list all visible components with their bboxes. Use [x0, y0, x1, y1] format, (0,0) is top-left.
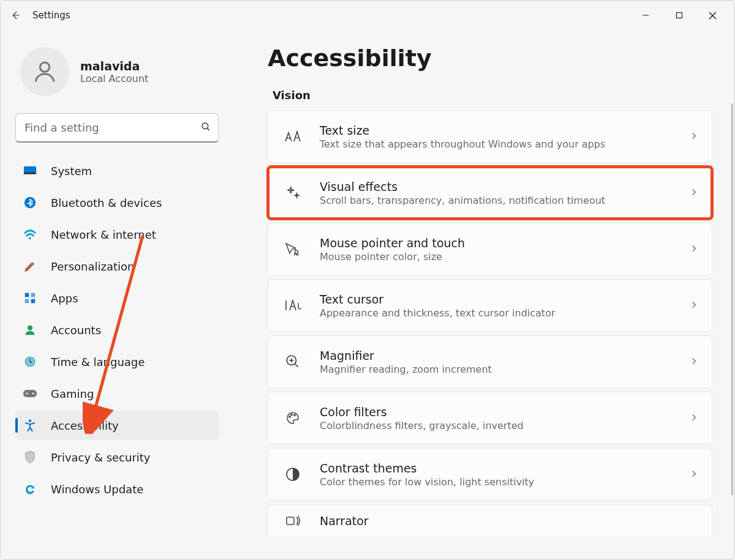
nav-list: System Bluetooth & devices Network & int…	[15, 156, 219, 504]
card-title: Contrast themes	[320, 461, 690, 475]
card-title: Color filters	[320, 405, 690, 419]
svg-point-19	[26, 392, 28, 394]
svg-rect-31	[287, 517, 294, 525]
nav-label: Personalization	[51, 260, 134, 273]
person-icon	[31, 58, 58, 85]
back-button[interactable]	[1, 1, 30, 30]
narrator-icon	[282, 515, 304, 527]
back-arrow-icon	[10, 10, 21, 21]
apps-icon	[23, 291, 37, 305]
chevron-right-icon	[690, 413, 698, 424]
sidebar: malavida Local Account System Bluetooth …	[1, 30, 233, 559]
card-title: Visual effects	[320, 180, 690, 193]
sidebar-item-privacy[interactable]: Privacy & security	[15, 442, 219, 472]
chevron-right-icon	[690, 300, 698, 312]
settings-card-list: Text size Text size that appears through…	[268, 110, 712, 536]
sidebar-item-update[interactable]: Windows Update	[15, 474, 219, 504]
search-icon	[200, 121, 211, 135]
window-title: Settings	[30, 10, 70, 21]
main-content: Accessibility Vision Text size Text size…	[233, 30, 734, 559]
paintbrush-icon	[23, 259, 37, 274]
svg-point-21	[29, 419, 31, 422]
bluetooth-icon	[23, 195, 37, 210]
gaming-icon	[23, 386, 37, 401]
page-title: Accessibility	[268, 45, 712, 72]
minimize-button[interactable]	[628, 3, 662, 28]
avatar	[20, 47, 69, 96]
svg-line-24	[295, 364, 298, 367]
nav-label: Gaming	[51, 387, 94, 400]
card-narrator[interactable]: Narrator	[268, 504, 712, 536]
card-sub: Text size that appears throughout Window…	[320, 138, 690, 150]
nav-label: Accounts	[51, 324, 101, 337]
card-visual-effects[interactable]: Visual effects Scroll bars, transparency…	[268, 166, 712, 219]
sidebar-item-system[interactable]: System	[15, 156, 219, 185]
chevron-right-icon	[690, 187, 698, 199]
mouse-pointer-icon	[282, 242, 304, 256]
chevron-right-icon	[690, 131, 698, 143]
chevron-right-icon	[690, 244, 698, 255]
svg-point-4	[40, 62, 49, 72]
sidebar-item-bluetooth[interactable]: Bluetooth & devices	[15, 188, 219, 217]
svg-rect-14	[31, 299, 36, 304]
card-title: Text size	[320, 124, 690, 137]
sparkle-icon	[282, 185, 304, 201]
svg-point-5	[202, 123, 208, 129]
accounts-icon	[23, 323, 37, 337]
sidebar-item-apps[interactable]: Apps	[15, 283, 219, 313]
text-size-icon	[282, 129, 304, 144]
svg-point-29	[294, 414, 295, 416]
nav-label: Time & language	[51, 356, 145, 368]
nav-label: Windows Update	[51, 483, 143, 496]
sidebar-item-accounts[interactable]: Accounts	[15, 315, 219, 345]
sidebar-item-gaming[interactable]: Gaming	[15, 379, 219, 408]
chevron-right-icon	[690, 469, 698, 480]
time-icon	[23, 354, 37, 369]
update-icon	[23, 482, 37, 496]
close-button[interactable]	[696, 3, 729, 28]
card-sub: Colorblindness filters, grayscale, inver…	[320, 420, 690, 431]
system-icon	[23, 163, 37, 178]
card-title: Narrator	[320, 514, 698, 528]
svg-rect-12	[31, 293, 36, 297]
svg-point-27	[289, 416, 290, 417]
svg-point-20	[32, 392, 34, 394]
scrollbar[interactable]	[731, 103, 733, 495]
magnifier-icon	[282, 354, 304, 370]
nav-label: Bluetooth & devices	[51, 196, 162, 209]
maximize-icon	[676, 12, 683, 19]
account-name: malavida	[80, 59, 148, 73]
maximize-button[interactable]	[662, 3, 696, 28]
card-title: Magnifier	[320, 349, 690, 362]
text-cursor-icon	[282, 299, 304, 312]
nav-label: System	[51, 165, 92, 177]
contrast-icon	[282, 467, 304, 482]
account-block[interactable]: malavida Local Account	[15, 47, 219, 96]
svg-line-6	[207, 128, 209, 130]
sidebar-item-time[interactable]: Time & language	[15, 347, 219, 376]
window-controls	[628, 3, 729, 28]
search-input[interactable]	[15, 113, 219, 143]
card-title: Text cursor	[320, 293, 690, 306]
svg-rect-13	[25, 299, 29, 304]
nav-label: Network & internet	[51, 228, 156, 241]
card-contrast-themes[interactable]: Contrast themes Color themes for low vis…	[268, 448, 712, 501]
card-sub: Magnifier reading, zoom increment	[320, 364, 690, 375]
minimize-icon	[642, 12, 649, 19]
account-type: Local Account	[80, 73, 148, 84]
sidebar-item-network[interactable]: Network & internet	[15, 220, 219, 249]
card-color-filters[interactable]: Color filters Colorblindness filters, gr…	[268, 392, 712, 444]
svg-point-15	[28, 326, 32, 330]
card-sub: Mouse pointer color, size	[320, 251, 690, 263]
card-text-cursor[interactable]: Text cursor Appearance and thickness, te…	[268, 279, 712, 332]
sidebar-item-accessibility[interactable]: Accessibility	[15, 411, 219, 440]
sidebar-item-personalization[interactable]: Personalization	[15, 252, 219, 281]
card-sub: Scroll bars, transparency, animations, n…	[320, 195, 690, 206]
card-magnifier[interactable]: Magnifier Magnifier reading, zoom increm…	[268, 335, 712, 388]
nav-label: Accessibility	[51, 419, 119, 432]
card-text-size[interactable]: Text size Text size that appears through…	[268, 110, 712, 163]
card-sub: Color themes for low vision, light sensi…	[320, 476, 690, 488]
accessibility-icon	[23, 418, 37, 433]
svg-point-10	[29, 237, 31, 240]
card-mouse-pointer[interactable]: Mouse pointer and touch Mouse pointer co…	[268, 223, 712, 275]
